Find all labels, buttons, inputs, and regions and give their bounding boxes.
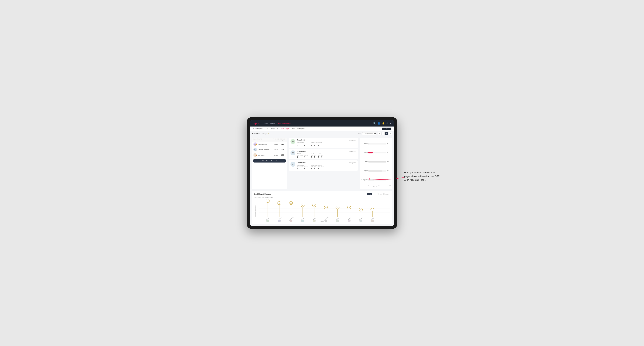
svg-text:B. Ford: B. Ford bbox=[336, 217, 339, 220]
period-dropdown[interactable]: Last 3 months bbox=[362, 132, 376, 135]
sub-nav-team-clippd[interactable]: Team Clippd bbox=[280, 128, 289, 130]
sub-nav: PGAT Players PGA Hcaps 1-5 Team Clippd T… bbox=[250, 127, 394, 131]
streak-chart-svg: Best Streak, Fairway Accuracy 0 2 4 6 bbox=[254, 199, 390, 222]
card-date-3: 26 Aug 2023 bbox=[349, 162, 356, 163]
sub-nav-tour[interactable]: Tour bbox=[292, 128, 295, 130]
card-avatar-1: RB bbox=[290, 139, 296, 144]
card-name-1: Rees Britt bbox=[297, 139, 305, 141]
grid-view-btn[interactable]: ⊞ bbox=[378, 132, 381, 135]
streak-title: Best Round Streaks bbox=[254, 193, 271, 195]
activities-group-2: Total Practice Activities OTT 0 APP bbox=[310, 153, 324, 158]
bar-chart: Eagles 3 Birdies bbox=[361, 139, 390, 184]
sub-nav-pgat[interactable]: PGAT Players bbox=[253, 128, 262, 130]
practice-val-2: 4 bbox=[304, 156, 308, 158]
ott-val-2: 0 bbox=[310, 156, 313, 158]
main-content: PLAYER NAME PB SCORE PB AVG SQ RB 1 Rich… bbox=[250, 136, 394, 226]
player-score-1: 19/20 bbox=[272, 144, 280, 145]
tournament-stat-1: Tournament 7 bbox=[297, 144, 303, 147]
nav-right: 🔍 👤 🔔 ⚙ ● bbox=[373, 122, 391, 125]
show-label: Show bbox=[358, 133, 361, 135]
svg-text:EE: EE bbox=[267, 221, 268, 222]
player-card-1: RB Rees Britt 02 Sep 2023 Total Rounds bbox=[289, 138, 358, 148]
card-stats-3: Total Rounds Tournament 7 Practice bbox=[297, 165, 356, 169]
table-view-btn[interactable]: ↕ bbox=[389, 132, 392, 135]
svg-text:3x: 3x bbox=[372, 209, 373, 210]
bell-icon[interactable]: 🔔 bbox=[382, 122, 385, 125]
avatar: CM 3 bbox=[254, 153, 257, 157]
putt-val-1: 1 bbox=[321, 145, 324, 147]
bar-label-bogeys: Bogeys bbox=[361, 170, 368, 171]
sub-nav-all-players[interactable]: All Players bbox=[297, 128, 305, 130]
tournament-val-2: 8 bbox=[297, 156, 303, 158]
col-pb-score: PB SCORE bbox=[272, 138, 280, 141]
rounds-row-3: Tournament 7 Practice 2 bbox=[297, 166, 308, 169]
bar-container-bogeys bbox=[368, 170, 386, 172]
bar-fill-birdies bbox=[368, 152, 372, 154]
putt-btn[interactable]: PUTT bbox=[384, 193, 390, 195]
profile-icon[interactable]: ● bbox=[390, 122, 391, 125]
add-team-button[interactable]: Add Team bbox=[382, 128, 391, 130]
streak-chart-container: Best Streak, Fairway Accuracy 0 2 4 6 bbox=[254, 199, 390, 222]
bar-label-dbogeys: D. Bogeys + bbox=[361, 179, 368, 180]
bar-fill-dbogeys bbox=[368, 179, 374, 180]
search-icon[interactable]: 🔍 bbox=[373, 122, 376, 125]
nav-links: Home Teams My Performance bbox=[263, 123, 290, 124]
chart-footer: Total Shots bbox=[361, 186, 390, 187]
sub-nav-pga[interactable]: PGA bbox=[265, 128, 268, 130]
card-view-btn[interactable]: ▦ bbox=[385, 132, 388, 135]
annotation-text: Here you can see streaks your players ha… bbox=[404, 171, 443, 182]
bar-value-eagles: 3 bbox=[387, 143, 390, 144]
svg-text:JC: JC bbox=[302, 221, 303, 222]
streak-subtitle: Off The Tee, Fairway Accuracy bbox=[254, 197, 390, 198]
ott-btn[interactable]: OTT bbox=[367, 193, 372, 195]
arg-stat-1: ARG 0 bbox=[318, 144, 320, 147]
svg-text:DB: DB bbox=[290, 221, 292, 222]
player-cards-panel: RB Rees Britt 02 Sep 2023 Total Rounds bbox=[289, 138, 358, 189]
table-header: PLAYER NAME PB SCORE PB AVG SQ bbox=[252, 138, 287, 142]
settings-icon[interactable]: ⚙ bbox=[386, 122, 388, 125]
edit-icon[interactable]: ✏️ bbox=[268, 133, 270, 134]
card-stats-2: Total Rounds Tournament 8 Practice bbox=[297, 153, 356, 158]
top-controls: Team Clippd | 14 Players ✏️ Show Last 3 … bbox=[250, 131, 394, 136]
table-row: EC 2 Edward Crossman 18/20 107 bbox=[252, 147, 287, 152]
card-body-1: Rees Britt 02 Sep 2023 Total Rounds Tour… bbox=[297, 139, 356, 147]
bar-row-eagles: Eagles 3 bbox=[361, 143, 390, 145]
nav-my-performance[interactable]: My Performance bbox=[278, 123, 290, 124]
app-btn[interactable]: APP bbox=[373, 193, 378, 195]
activities-label-2: Total Practice Activities bbox=[310, 153, 324, 155]
list-view-btn[interactable]: ≡ bbox=[382, 132, 385, 135]
bar-fill-pars bbox=[368, 161, 386, 163]
rank-badge-2: 2 bbox=[256, 150, 257, 151]
nav-teams[interactable]: Teams bbox=[270, 123, 275, 124]
bar-label-pars: Pars bbox=[361, 161, 368, 162]
app-val-1: 0 bbox=[314, 145, 316, 147]
avatar: EC 2 bbox=[254, 148, 257, 151]
player-card-2: JC Josh Coles 26 Aug 2023 Total Rounds bbox=[289, 149, 358, 159]
player-avg-1: 110 bbox=[280, 143, 286, 145]
svg-text:RB: RB bbox=[314, 221, 315, 222]
rank-badge-1: 1 bbox=[256, 144, 257, 146]
avatar: RB 1 bbox=[254, 142, 257, 146]
view-icons: ⊞ ≡ ▦ ↕ bbox=[378, 132, 392, 135]
view-full-leaderboard-btn[interactable]: View Full Leaderboard bbox=[254, 159, 286, 163]
col-pb-avg: PB AVG SQ bbox=[280, 138, 286, 141]
activities-row-3: OTT 0 APP 0 bbox=[310, 166, 324, 169]
sub-nav-hcaps[interactable]: Hcaps 1-5 bbox=[271, 128, 278, 130]
svg-text:Best Streak, Fairway Accuracy: Best Streak, Fairway Accuracy bbox=[255, 205, 256, 217]
arg-val-1: 0 bbox=[318, 145, 320, 147]
user-icon[interactable]: 👤 bbox=[378, 122, 380, 125]
player-score-3: 17/20 bbox=[272, 154, 280, 156]
bar-container-birdies bbox=[368, 152, 386, 154]
nav-home[interactable]: Home bbox=[263, 123, 268, 124]
arg-btn[interactable]: ARG bbox=[378, 193, 384, 195]
bar-value-pars: 499 bbox=[387, 161, 390, 162]
bar-container-dbogeys bbox=[368, 179, 386, 180]
bar-value-bogeys: 311 bbox=[387, 170, 390, 171]
svg-text:5x: 5x bbox=[302, 205, 304, 206]
rounds-row-1: Tournament 7 Practice 6 bbox=[297, 144, 308, 147]
ott-val-1: 0 bbox=[310, 145, 313, 147]
app-logo: clippd bbox=[253, 122, 259, 125]
svg-text:4x: 4x bbox=[348, 207, 350, 208]
svg-text:CQ: CQ bbox=[372, 221, 373, 222]
streak-arrow-icon: ← bbox=[272, 192, 274, 195]
